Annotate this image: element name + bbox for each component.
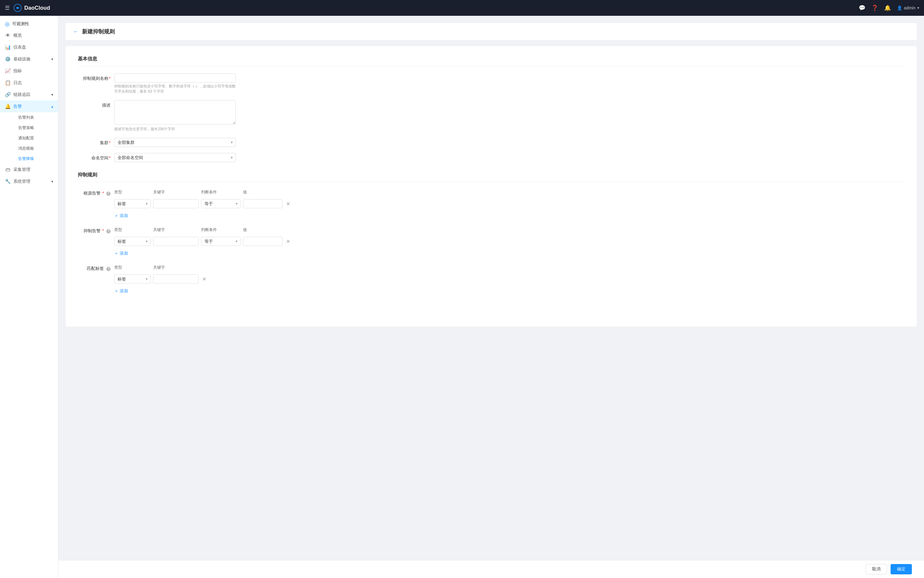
source-alert-help-icon[interactable]: ? (106, 192, 111, 196)
match-tag-help-icon[interactable]: ? (106, 267, 111, 271)
col-value-header-1: 值 (243, 190, 283, 195)
form-row-namespace: 命名空间* 全部命名空间 ▾ (78, 153, 904, 162)
source-condition-select-wrapper: 等于 ▾ (201, 199, 241, 208)
sidebar-label-system: 系统管理 (13, 179, 49, 184)
suppress-add-button[interactable]: ＋ 添加 (114, 250, 128, 257)
suppress-alert-label: 抑制告警 * ? (78, 227, 114, 234)
sidebar-label-metrics: 指标 (13, 68, 53, 74)
sidebar-item-msg-template[interactable]: 消息模板 (13, 143, 58, 154)
suppress-type-select-wrapper: 标签 ▾ (114, 237, 151, 246)
sidebar-label-logs: 日志 (13, 80, 53, 86)
name-field-wrapper: 抑制规则名称只能包含小写字母、数字和连字符（-），必须以小写字母或数字开头和结尾… (114, 73, 236, 94)
source-add-button[interactable]: ＋ 添加 (114, 212, 128, 220)
sidebar-item-collect[interactable]: 🗃 采集管理 (0, 164, 58, 175)
confirm-button[interactable]: 确定 (891, 564, 912, 574)
app-name: DaoCloud (24, 5, 50, 11)
sidebar-label-trace: 链路追踪 (13, 92, 49, 97)
cluster-field-wrapper: 全部集群 ▾ (114, 138, 236, 147)
sidebar-module-header: ◎ 可观测性 (0, 16, 58, 30)
form-row-cluster: 集群* 全部集群 ▾ (78, 138, 904, 147)
source-alert-label: 根源告警 * ? (78, 190, 114, 196)
navbar: ☰ DaoCloud 💬 ❓ 🔔 👤 admin ▾ (0, 0, 924, 16)
match-type-select-wrapper: 标签 ▾ (114, 274, 151, 284)
suppress-type-select[interactable]: 标签 (114, 237, 151, 246)
col-condition-header-2: 判断条件 (201, 227, 241, 232)
desc-field-wrapper: 描述可包含任意字符，最长256个字符 (114, 100, 236, 132)
sidebar-item-alert-strategy[interactable]: 告警策略 (13, 123, 58, 133)
sidebar-item-logs[interactable]: 📋 日志 (0, 77, 58, 89)
sidebar-item-trace[interactable]: 🔗 链路追踪 ▾ (0, 89, 58, 101)
cluster-select-wrapper: 全部集群 ▾ (114, 138, 236, 147)
user-avatar-icon: 👤 (897, 5, 902, 10)
trace-icon: 🔗 (5, 92, 11, 97)
user-menu[interactable]: 👤 admin ▾ (897, 5, 919, 10)
match-tag-content: 类型 关键字 标签 ▾ (114, 265, 904, 295)
sidebar-item-system[interactable]: 🔧 系统管理 ▾ (0, 175, 58, 187)
sidebar-label-alerts: 告警 (13, 104, 49, 109)
sidebar-item-notify-config[interactable]: 通知配置 (13, 133, 58, 143)
match-type-select[interactable]: 标签 (114, 274, 151, 284)
col-value-header-2: 值 (243, 227, 283, 232)
match-add-button[interactable]: ＋ 添加 (114, 287, 128, 295)
sidebar-item-alert-suppress[interactable]: 告警降噪 (13, 154, 58, 164)
match-tag-header: 匹配标签 ? 类型 关键字 (78, 265, 904, 295)
desc-textarea[interactable] (114, 100, 236, 125)
source-value-input[interactable] (243, 199, 283, 208)
suppress-delete-button[interactable]: ✕ (285, 237, 291, 245)
navbar-left: ☰ DaoCloud (5, 4, 50, 12)
system-icon: 🔧 (5, 179, 11, 184)
form-row-name: 抑制规则名称* 抑制规则名称只能包含小写字母、数字和连字符（-），必须以小写字母… (78, 73, 904, 94)
source-keyword-input[interactable] (153, 199, 198, 208)
trace-arrow-icon: ▾ (51, 93, 53, 97)
user-name: admin (904, 5, 916, 10)
col-type-header-3: 类型 (114, 265, 151, 270)
source-alert-header: 根源告警 * ? 类型 关键字 判断条件 值 (78, 190, 904, 220)
sidebar-item-overview[interactable]: 👁 概览 (0, 30, 58, 41)
sidebar-item-alert-list[interactable]: 告警列表 (13, 112, 58, 123)
suppress-alert-header: 抑制告警 * ? 类型 关键字 判断条件 值 (78, 227, 904, 257)
match-keyword-input[interactable] (153, 274, 198, 284)
cancel-button[interactable]: 取消 (866, 564, 887, 574)
source-delete-button[interactable]: ✕ (285, 200, 291, 208)
source-add-plus-icon: ＋ (114, 213, 119, 219)
sidebar-item-metrics[interactable]: 📈 指标 (0, 65, 58, 77)
desc-hint: 描述可包含任意字符，最长256个字符 (114, 127, 236, 132)
sidebar-item-dashboard[interactable]: 📊 仪表盘 (0, 41, 58, 53)
bell-icon[interactable]: 🔔 (884, 5, 891, 11)
suppress-condition-select[interactable]: 等于 (201, 237, 241, 246)
navbar-right: 💬 ❓ 🔔 👤 admin ▾ (859, 5, 919, 11)
logs-icon: 📋 (5, 80, 11, 86)
page-title: 新建抑制规则 (82, 28, 115, 35)
back-button[interactable]: ← (73, 29, 78, 35)
suppress-condition-select-wrapper: 等于 ▾ (201, 237, 241, 246)
menu-icon[interactable]: ☰ (5, 5, 10, 11)
name-input[interactable] (114, 73, 236, 83)
chat-icon[interactable]: 💬 (859, 5, 865, 11)
suppress-alert-help-icon[interactable]: ? (106, 229, 111, 234)
cluster-select[interactable]: 全部集群 (114, 138, 236, 147)
sidebar-item-infra[interactable]: ⚙️ 基础设施 ▾ (0, 53, 58, 65)
col-keyword-header-1: 关键字 (153, 190, 198, 195)
namespace-select[interactable]: 全部命名空间 (114, 153, 236, 162)
alerts-submenu: 告警列表 告警策略 通知配置 消息模板 告警降噪 (0, 112, 58, 164)
col-condition-header-1: 判断条件 (201, 190, 241, 195)
match-add-plus-icon: ＋ (114, 288, 119, 294)
match-delete-button[interactable]: ✕ (201, 275, 207, 283)
source-type-select[interactable]: 标签 (114, 199, 151, 208)
collect-icon: 🗃 (5, 167, 11, 172)
sidebar-item-alerts[interactable]: 🔔 告警 ▴ (0, 101, 58, 112)
suppress-value-input[interactable] (243, 237, 283, 246)
source-condition-select[interactable]: 等于 (201, 199, 241, 208)
infra-arrow-icon: ▾ (51, 57, 53, 61)
col-keyword-header-3: 关键字 (153, 265, 198, 270)
suppress-keyword-input[interactable] (153, 237, 198, 246)
name-hint: 抑制规则名称只能包含小写字母、数字和连字符（-），必须以小写字母或数字开头和结尾… (114, 84, 236, 94)
match-tag-label: 匹配标签 ? (78, 265, 114, 271)
help-icon[interactable]: ❓ (872, 5, 878, 11)
col-type-header-1: 类型 (114, 190, 151, 195)
form-footer: 取消 确定 (58, 560, 924, 578)
suppress-alert-col-headers: 类型 关键字 判断条件 值 (114, 227, 904, 234)
alerts-arrow-icon: ▴ (51, 104, 53, 109)
source-alert-group: 根源告警 * ? 类型 关键字 判断条件 值 (78, 190, 904, 220)
col-type-header-2: 类型 (114, 227, 151, 232)
